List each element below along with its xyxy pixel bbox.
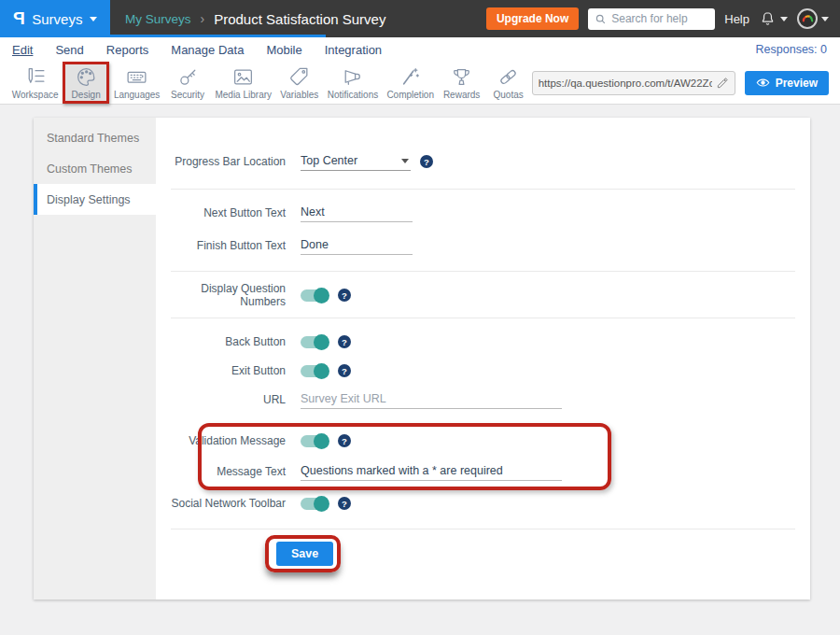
magic-wand-icon [399, 65, 422, 89]
back-button-row: Back Button ? [171, 328, 795, 356]
questionpro-logo-icon: P [13, 8, 25, 29]
key-icon [176, 65, 200, 89]
edit-pencil-icon[interactable] [716, 77, 729, 90]
product-name: Surveys [32, 11, 82, 27]
next-button-label: Next Button Text [171, 206, 301, 219]
sidebar-item-display-settings[interactable]: Display Settings [34, 184, 156, 215]
keyboard-icon [125, 65, 148, 89]
help-icon[interactable]: ? [338, 335, 351, 348]
eye-icon [756, 76, 770, 90]
toolbar-item-media-library[interactable]: Media Library [211, 62, 275, 104]
validation-annotated-group: Validation Message ? Message Text [171, 427, 795, 486]
help-icon[interactable]: ? [338, 497, 351, 510]
exit-button-toggle[interactable] [301, 365, 329, 377]
tab-reports[interactable]: Reports [106, 43, 149, 57]
help-link[interactable]: Help [724, 12, 749, 26]
chevron-down-icon [780, 17, 788, 21]
design-palette-icon [75, 65, 98, 89]
megaphone-icon [341, 65, 364, 89]
product-switcher[interactable]: P Surveys [0, 0, 110, 37]
page-title: Product Satisfaction Survey [214, 11, 385, 27]
divider [171, 271, 795, 272]
sidebar-item-standard-themes[interactable]: Standard Themes [34, 122, 156, 153]
progress-bar-label: Progress Bar Location [171, 155, 301, 168]
finish-button-input[interactable] [301, 236, 413, 255]
divider [171, 529, 795, 529]
workspace-icon [23, 65, 47, 89]
progress-bar-row: Progress Bar Location Top Center ? [171, 148, 795, 176]
gauge-icon [801, 12, 815, 26]
progress-bar-value: Top Center [301, 154, 357, 167]
toolbar-item-notifications[interactable]: Notifications [323, 62, 383, 104]
social-toolbar-row: Social Network Toolbar ? [171, 489, 795, 517]
preview-label: Preview [776, 77, 818, 90]
tab-mobile[interactable]: Mobile [266, 43, 301, 57]
toolbar-item-security[interactable]: Security [164, 62, 211, 104]
divider [171, 318, 795, 318]
help-icon[interactable]: ? [338, 364, 351, 377]
next-button-input[interactable] [301, 204, 413, 222]
toolbar-item-rewards[interactable]: Rewards [439, 62, 485, 104]
toolbar-item-label: Languages [114, 90, 161, 100]
help-search[interactable] [588, 8, 715, 30]
breadcrumb-parent-link[interactable]: My Surveys [125, 12, 191, 26]
preview-button[interactable]: Preview [745, 71, 829, 95]
display-settings-form: Progress Bar Location Top Center ? Next … [156, 118, 810, 600]
validation-message-toggle[interactable] [301, 435, 329, 447]
toolbar-item-languages[interactable]: Languages [109, 62, 164, 104]
back-button-toggle[interactable] [301, 336, 329, 348]
message-text-label: Message Text [171, 465, 301, 478]
finish-button-label: Finish Button Text [171, 239, 301, 252]
exit-url-label: URL [171, 393, 301, 406]
responses-count: Responses: 0 [756, 43, 840, 56]
tab-manage-data[interactable]: Manage Data [171, 43, 244, 57]
breadcrumb-separator: › [201, 11, 205, 26]
toolbar-item-label: Rewards [443, 90, 480, 100]
edit-toolbar: Workspace Design Languages Security Medi… [0, 62, 840, 105]
progress-bar-select[interactable]: Top Center [301, 152, 411, 171]
avatar [797, 8, 818, 29]
header-active-underline [0, 35, 326, 37]
notifications-menu[interactable] [759, 10, 788, 28]
exit-button-label: Exit Button [171, 364, 301, 377]
validation-message-row: Validation Message ? [171, 427, 795, 455]
survey-url-input[interactable] [539, 78, 712, 89]
help-icon[interactable]: ? [338, 434, 351, 447]
save-button[interactable]: Save [276, 542, 333, 566]
upgrade-now-button[interactable]: Upgrade Now [486, 7, 579, 30]
toolbar-item-label: Security [171, 90, 204, 100]
toolbar-item-label: Media Library [215, 90, 272, 100]
survey-url-field[interactable] [532, 71, 735, 95]
social-toolbar-toggle[interactable] [301, 498, 329, 510]
image-icon [231, 65, 255, 89]
toolbar-item-completion[interactable]: Completion [383, 62, 439, 104]
message-text-input[interactable] [301, 462, 562, 481]
chevron-down-icon [90, 17, 97, 21]
tab-send[interactable]: Send [55, 43, 83, 57]
tab-edit[interactable]: Edit [12, 43, 33, 57]
toolbar-item-design[interactable]: Design [63, 62, 109, 104]
tab-integration[interactable]: Integration [325, 43, 382, 57]
help-icon[interactable]: ? [420, 155, 433, 168]
design-sidebar: Standard Themes Custom Themes Display Se… [34, 118, 156, 600]
message-text-row: Message Text [171, 458, 795, 486]
question-numbers-toggle[interactable] [301, 289, 329, 302]
validation-message-label: Validation Message [171, 434, 301, 447]
finish-button-row: Finish Button Text [171, 232, 795, 260]
chevron-down-icon [821, 17, 829, 21]
sidebar-item-custom-themes[interactable]: Custom Themes [34, 153, 156, 184]
search-input[interactable] [611, 12, 708, 25]
exit-url-input[interactable] [301, 390, 562, 409]
toolbar-item-label: Quotas [494, 90, 524, 100]
survey-nav: Edit Send Reports Manage Data Mobile Int… [0, 37, 840, 62]
toolbar-item-variables[interactable]: Variables [275, 62, 323, 104]
toolbar-right-group: Preview [532, 62, 840, 104]
toolbar-item-quotas[interactable]: Quotas [485, 62, 532, 104]
help-icon[interactable]: ? [338, 289, 351, 302]
header-actions: Upgrade Now Help [486, 7, 840, 30]
toolbar-item-label: Completion [386, 90, 434, 100]
account-menu[interactable] [797, 8, 829, 29]
next-button-row: Next Button Text [171, 199, 795, 227]
chain-link-icon [497, 65, 520, 89]
toolbar-item-workspace[interactable]: Workspace [7, 62, 63, 104]
